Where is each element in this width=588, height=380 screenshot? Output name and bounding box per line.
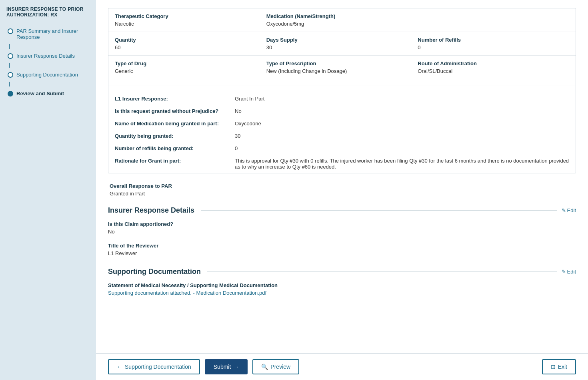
medication-row-3: Type of Drug Generic Type of Prescriptio…: [108, 56, 576, 79]
sidebar-dot: [8, 53, 13, 59]
route-cell: Route of Administration Oral/SL/Buccal: [418, 60, 569, 74]
quantity-value: 60: [115, 44, 266, 50]
preview-icon: 🔍: [261, 364, 268, 370]
exit-button[interactable]: ⊡ Exit: [542, 359, 576, 374]
supporting-documentation-section: Supporting Documentation ✎Edit Statement…: [108, 267, 576, 296]
reviewer-title-label: Title of the Reviewer: [108, 243, 576, 249]
medication-name-cell: Medication (Name/Strength) Oxycodone/5mg: [266, 13, 418, 27]
back-button[interactable]: ← Supporting Documentation: [108, 359, 200, 374]
quantity-granted-label: Quantity being granted:: [115, 133, 235, 139]
exit-icon: ⊡: [551, 364, 556, 370]
reviewer-title-block: Title of the Reviewer L1 Reviewer: [108, 243, 576, 256]
sidebar-item-label: PAR Summary and Insurer Response: [16, 28, 90, 40]
route-value: Oral/SL/Buccal: [418, 68, 569, 74]
days-supply-label: Days Supply: [266, 37, 418, 43]
claim-apportioned-label: Is this Claim apportioned?: [108, 221, 576, 227]
medication-info-grid: Therapeutic Category Narcotic Medication…: [108, 8, 576, 173]
preview-button[interactable]: 🔍 Preview: [252, 359, 299, 374]
days-supply-cell: Days Supply 30: [266, 37, 418, 50]
supporting-documentation-title: Supporting Documentation: [108, 267, 201, 276]
reviewer-title-value: L1 Reviewer: [108, 250, 576, 256]
medication-granted-field: Name of Medication being granted in part…: [108, 117, 576, 130]
sidebar-item-review-submit[interactable]: Review and Submit: [0, 86, 96, 101]
medication-value: Oxycodone/5mg: [266, 21, 418, 27]
footer: ← Supporting Documentation Submit → 🔍 Pr…: [96, 353, 588, 380]
sidebar-item-label: Review and Submit: [16, 90, 64, 97]
insurer-response-details-title: Insurer Response Details: [108, 206, 194, 215]
insurer-response-details-edit-link[interactable]: ✎Edit: [562, 207, 576, 213]
quantity-cell: Quantity 60: [115, 37, 266, 50]
medication-row-1: Therapeutic Category Narcotic Medication…: [108, 8, 576, 32]
refills-granted-value: 0: [235, 145, 569, 151]
sidebar-item-supporting-doc[interactable]: Supporting Documentation: [0, 68, 96, 82]
overall-response-block: Overall Response to PAR Granted in Part: [108, 183, 576, 197]
medication-granted-label: Name of Medication being granted in part…: [115, 121, 235, 127]
refills-granted-field: Number of refills being granted: 0: [108, 142, 576, 155]
prejudice-value: No: [235, 108, 569, 114]
num-refills-value: 0: [418, 44, 569, 50]
type-prescription-label: Type of Prescription: [266, 60, 418, 66]
prejudice-field: Is this request granted without Prejudic…: [108, 105, 576, 117]
medication-row-2: Quantity 60 Days Supply 30 Number of Ref…: [108, 32, 576, 56]
sidebar-item-label: Insurer Response Details: [16, 53, 75, 59]
submit-button[interactable]: Submit →: [205, 359, 248, 374]
sidebar: INSURER RESPONSE TO PRIOR AUTHORIZATION:…: [0, 0, 96, 380]
header-line: [201, 210, 557, 211]
type-prescription-cell: Type of Prescription New (Including Chan…: [266, 60, 418, 74]
statement-label: Statement of Medical Necessity / Support…: [108, 282, 576, 288]
type-drug-value: Generic: [115, 68, 266, 74]
rationale-value: This is approval for Qty #30 with 0 refi…: [235, 158, 569, 170]
refills-granted-label: Number of refills being granted:: [115, 145, 235, 151]
sidebar-connector: [9, 44, 10, 49]
content-area: Therapeutic Category Narcotic Medication…: [96, 0, 588, 353]
insurer-response-details-header: Insurer Response Details ✎Edit: [108, 206, 576, 215]
type-drug-label: Type of Drug: [115, 60, 266, 66]
overall-response-label: Overall Response to PAR: [110, 183, 574, 189]
num-refills-cell: Number of Refills 0: [418, 37, 569, 50]
supporting-documentation-header: Supporting Documentation ✎Edit: [108, 267, 576, 276]
overall-response-value: Granted in Part: [110, 191, 574, 197]
medication-label: Medication (Name/Strength): [266, 13, 418, 19]
days-supply-value: 30: [266, 44, 418, 50]
rationale-label: Rationale for Grant in part:: [115, 158, 235, 164]
sidebar-item-insurer-response[interactable]: Insurer Response Details: [0, 49, 96, 63]
edit-icon: ✎: [562, 207, 566, 213]
supporting-documentation-edit-link[interactable]: ✎Edit: [562, 269, 576, 275]
l1-value: Grant In Part: [235, 96, 569, 102]
sidebar-dot: [8, 28, 13, 34]
main-content: Therapeutic Category Narcotic Medication…: [96, 0, 588, 380]
sidebar-connector: [9, 63, 10, 68]
statement-doc-block: Statement of Medical Necessity / Support…: [108, 282, 576, 296]
insurer-response-details-section: Insurer Response Details ✎Edit Is this C…: [108, 206, 576, 256]
prejudice-label: Is this request granted without Prejudic…: [115, 108, 235, 114]
sidebar-item-label: Supporting Documentation: [16, 72, 78, 78]
type-prescription-value: New (Including Change in Dosage): [266, 68, 418, 74]
sidebar-item-par-summary[interactable]: PAR Summary and Insurer Response: [0, 24, 96, 44]
back-arrow-icon: ←: [117, 364, 122, 370]
l1-response-field: L1 Insurer Response: Grant In Part: [108, 92, 576, 105]
submit-arrow-icon: →: [233, 364, 239, 370]
type-drug-cell: Type of Drug Generic: [115, 60, 266, 74]
quantity-granted-value: 30: [235, 133, 569, 139]
empty-cell: [418, 13, 569, 27]
quantity-label: Quantity: [115, 37, 266, 43]
claim-apportioned-block: Is this Claim apportioned? No: [108, 221, 576, 235]
rationale-field: Rationale for Grant in part: This is app…: [108, 155, 576, 173]
sidebar-title: INSURER RESPONSE TO PRIOR AUTHORIZATION:…: [0, 6, 96, 24]
footer-left: ← Supporting Documentation Submit → 🔍 Pr…: [108, 359, 299, 374]
num-refills-label: Number of Refills: [418, 37, 569, 43]
l1-label: L1 Insurer Response:: [115, 96, 235, 102]
therapeutic-category-cell: Therapeutic Category Narcotic: [115, 13, 266, 27]
therapeutic-category-label: Therapeutic Category: [115, 13, 266, 19]
sidebar-connector: [9, 82, 10, 86]
claim-apportioned-value: No: [108, 229, 576, 235]
therapeutic-category-value: Narcotic: [115, 21, 266, 27]
statement-value: Supporting documentation attached. - Med…: [108, 290, 576, 296]
sidebar-dot: [8, 72, 13, 78]
header-line: [207, 271, 557, 272]
medication-granted-value: Oxycodone: [235, 121, 569, 127]
edit-icon: ✎: [562, 269, 566, 275]
route-label: Route of Administration: [418, 60, 569, 66]
sidebar-dot: [8, 91, 13, 97]
quantity-granted-field: Quantity being granted: 30: [108, 130, 576, 142]
